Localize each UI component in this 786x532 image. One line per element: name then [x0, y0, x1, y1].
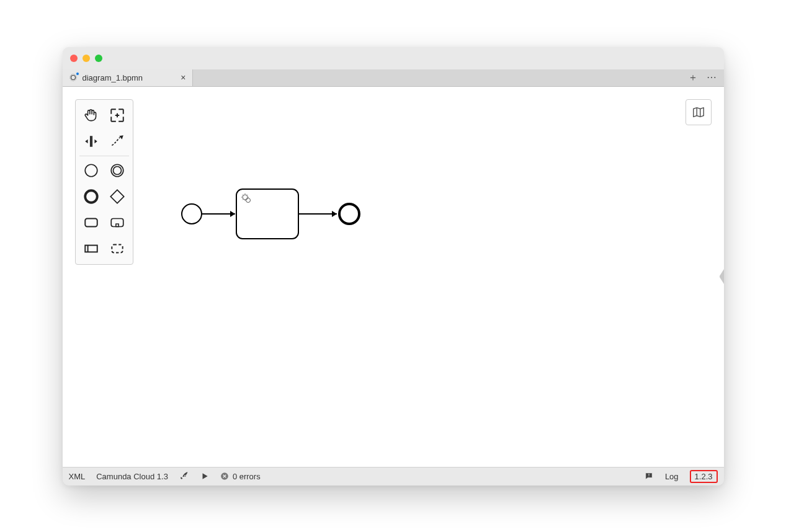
- subprocess-tool[interactable]: [104, 210, 130, 236]
- tab-unsaved-badge: [76, 72, 79, 76]
- tab-close-button[interactable]: ×: [181, 73, 185, 82]
- svg-rect-10: [85, 245, 97, 252]
- window-close-button[interactable]: [70, 55, 78, 62]
- app-window: diagram_1.bpmn × ＋ ⋯: [63, 47, 724, 485]
- bpmn-file-icon: [69, 73, 78, 82]
- svg-rect-9: [115, 224, 118, 226]
- window-zoom-button[interactable]: [95, 55, 102, 62]
- svg-point-0: [71, 76, 75, 80]
- end-event[interactable]: [339, 204, 359, 224]
- tab-diagram-1[interactable]: diagram_1.bpmn ×: [63, 69, 193, 86]
- tool-palette: [75, 99, 133, 265]
- minimap-toggle[interactable]: [686, 99, 712, 125]
- group-tool[interactable]: [104, 236, 130, 262]
- error-icon: [220, 472, 229, 481]
- window-controls: [70, 55, 102, 62]
- properties-panel-handle[interactable]: [719, 264, 724, 289]
- tabbar-actions: ＋ ⋯: [681, 69, 724, 86]
- global-connect-tool[interactable]: [104, 128, 130, 154]
- lasso-tool[interactable]: [104, 102, 130, 128]
- tab-label: diagram_1.bpmn: [83, 73, 143, 82]
- errors-label: 0 errors: [233, 472, 261, 481]
- svg-rect-12: [112, 244, 122, 252]
- end-event-tool[interactable]: [78, 184, 104, 210]
- svg-point-2: [85, 164, 97, 177]
- start-event[interactable]: [182, 204, 202, 224]
- feedback-button[interactable]: [644, 471, 654, 481]
- svg-rect-8: [111, 218, 123, 226]
- service-task[interactable]: [236, 189, 298, 239]
- bpmn-diagram[interactable]: [171, 186, 376, 242]
- svg-point-4: [113, 166, 121, 174]
- statusbar: XML Camunda Cloud 1.3 0 errors Log 1.2.3: [63, 467, 724, 485]
- intermediate-event-tool[interactable]: [104, 157, 130, 184]
- svg-rect-7: [85, 218, 97, 226]
- version-label[interactable]: 1.2.3: [690, 470, 718, 483]
- run-button[interactable]: [200, 472, 209, 481]
- hand-tool[interactable]: [78, 102, 104, 128]
- svg-point-5: [85, 190, 97, 203]
- start-event-tool[interactable]: [78, 157, 104, 184]
- svg-rect-6: [110, 190, 123, 203]
- tab-overflow-button[interactable]: ⋯: [707, 73, 717, 82]
- new-tab-button[interactable]: ＋: [688, 73, 698, 82]
- tabbar: diagram_1.bpmn × ＋ ⋯: [63, 69, 724, 87]
- log-toggle[interactable]: Log: [665, 472, 679, 481]
- deploy-button[interactable]: [179, 471, 189, 481]
- errors-indicator[interactable]: 0 errors: [220, 472, 261, 481]
- play-icon: [200, 472, 209, 481]
- engine-profile[interactable]: Camunda Cloud 1.3: [96, 472, 168, 481]
- xml-toggle[interactable]: XML: [69, 472, 86, 481]
- participant-tool[interactable]: [78, 236, 104, 262]
- feedback-icon: [644, 471, 654, 481]
- canvas[interactable]: [63, 87, 724, 467]
- space-tool[interactable]: [78, 128, 104, 154]
- window-minimize-button[interactable]: [83, 55, 90, 62]
- rocket-icon: [179, 471, 189, 481]
- gateway-tool[interactable]: [104, 184, 130, 210]
- task-tool[interactable]: [78, 210, 104, 236]
- window-titlebar: [63, 47, 724, 69]
